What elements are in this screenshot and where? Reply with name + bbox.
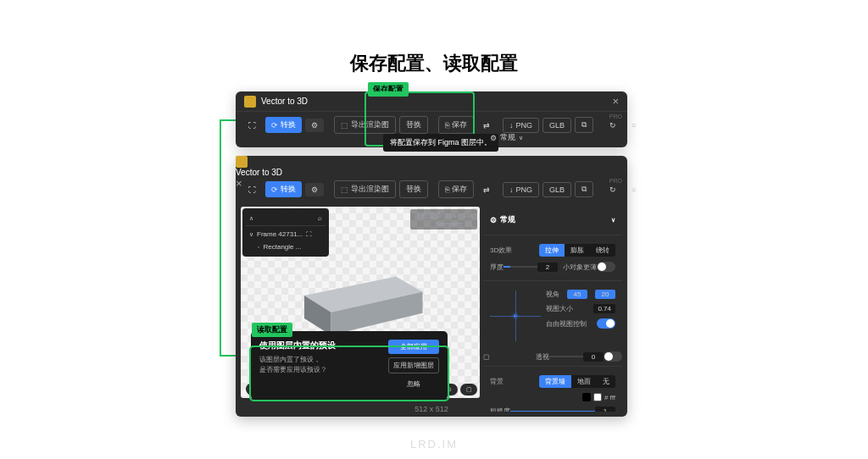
replace-button[interactable]: 替换 bbox=[399, 180, 428, 198]
color-black[interactable] bbox=[582, 393, 591, 401]
pro-badge: PRO bbox=[609, 178, 622, 184]
save-button[interactable]: ⎘保存 bbox=[438, 116, 474, 134]
watermark: LRD.IM bbox=[410, 438, 458, 451]
export-render-button[interactable]: ⬚导出渲染图 bbox=[334, 116, 396, 134]
frame-spread-icon[interactable]: ⛶ bbox=[306, 231, 312, 237]
download-glb-button[interactable]: GLB bbox=[542, 182, 571, 197]
close-icon[interactable]: × bbox=[612, 95, 619, 108]
free-view-toggle[interactable] bbox=[597, 318, 615, 329]
side-panel: ⚙常规∨ 3D效果 拉伸 膨胀 绕转 厚度 2 小对象更薄 bbox=[483, 207, 622, 412]
general-tab[interactable]: 常规 bbox=[500, 132, 515, 143]
search-icon[interactable]: ⌕ bbox=[318, 214, 322, 222]
canvas-dimensions: 512 x 512 bbox=[415, 405, 448, 413]
tooltip-save-config: 将配置保存到 Figma 图层中。 bbox=[383, 134, 498, 152]
pro-badge: PRO bbox=[609, 113, 622, 119]
convert-button[interactable]: ⟳转换 bbox=[265, 117, 302, 133]
thin-small-label: 小对象更薄 bbox=[563, 263, 597, 272]
preset-popup: 读取配置 使用图层内置的预设 该图层内置了预设，是否需要应用该预设？ 全部应用 … bbox=[251, 331, 448, 400]
download-glb-button[interactable]: GLB bbox=[542, 118, 571, 133]
camera-icon[interactable]: ▢ bbox=[483, 353, 490, 361]
copy-button[interactable]: ⧉ bbox=[575, 181, 593, 197]
label-load-config: 读取配置 bbox=[252, 323, 292, 337]
menu-button[interactable]: ≡ bbox=[626, 183, 642, 196]
layer-rectangle[interactable]: ▫ Rectangle ... bbox=[246, 241, 326, 253]
gear-icon[interactable]: ⚙ bbox=[490, 134, 497, 142]
collapse-icon[interactable]: ∧ bbox=[249, 215, 253, 222]
thin-small-toggle[interactable] bbox=[597, 262, 615, 272]
apply-all-button[interactable]: 全部应用 bbox=[388, 340, 439, 354]
replace-button[interactable]: 替换 bbox=[399, 116, 428, 134]
effect3d-segment[interactable]: 拉伸 膨胀 绕转 bbox=[539, 244, 615, 257]
label-save-config: 保存配置 bbox=[368, 82, 409, 97]
view-gizmo[interactable] bbox=[490, 290, 541, 341]
swap-button[interactable]: ⇄ bbox=[477, 119, 496, 132]
refresh-button[interactable]: ↻ bbox=[604, 119, 622, 132]
plugin-icon bbox=[236, 156, 248, 168]
viewport-box-icon[interactable]: ▢ bbox=[460, 384, 477, 395]
ignore-button[interactable]: 忽略 bbox=[388, 377, 439, 391]
export-render-button[interactable]: ⬚导出渲染图 bbox=[334, 180, 396, 198]
panel-save-config: 保存配置 Vector to 3D × ⛶ ⟳转换 ⚙ ⬚导出渲染图 替换 ⎘保… bbox=[236, 91, 627, 147]
layer-frame[interactable]: ∨ Frame 42731... ⛶ bbox=[246, 228, 326, 241]
download-png-button[interactable]: ↓PNG bbox=[503, 118, 539, 133]
render-status: 正在渲染: 10s / 33s Samples: 11 bbox=[410, 209, 477, 230]
swap-button[interactable]: ⇄ bbox=[477, 183, 496, 196]
refresh-button[interactable]: ↻ bbox=[604, 183, 622, 196]
background-label: 背景 bbox=[490, 377, 504, 386]
effect3d-label: 3D效果 bbox=[490, 246, 512, 255]
color-white[interactable] bbox=[593, 393, 602, 401]
settings-icon[interactable]: ⚙ bbox=[305, 183, 324, 196]
perspective-toggle[interactable] bbox=[604, 351, 622, 362]
background-segment[interactable]: 背景墙 地面 无 bbox=[539, 375, 615, 388]
roughness-slider[interactable] bbox=[510, 411, 595, 412]
menu-button[interactable]: ≡ bbox=[626, 119, 642, 132]
fit-button[interactable]: ⛶ bbox=[242, 119, 262, 132]
download-png-button[interactable]: ↓PNG bbox=[503, 182, 539, 197]
panel-load-config: Vector to 3D × ⛶ ⟳转换 ⚙ ⬚导出渲染图 替换 ⎘保存 ⇄ ↓… bbox=[236, 156, 627, 417]
thickness-slider[interactable] bbox=[504, 266, 537, 268]
preset-title: 使用图层内置的预设 bbox=[259, 340, 383, 351]
plugin-title: Vector to 3D bbox=[261, 97, 612, 106]
save-button[interactable]: ⎘保存 bbox=[438, 180, 474, 198]
settings-icon[interactable]: ⚙ bbox=[305, 119, 324, 132]
copy-button[interactable]: ⧉ bbox=[575, 117, 593, 133]
fit-button[interactable]: ⛶ bbox=[242, 183, 262, 196]
thickness-label: 厚度 bbox=[490, 263, 504, 272]
plugin-icon bbox=[244, 96, 256, 108]
convert-button[interactable]: ⟳转换 bbox=[265, 181, 302, 197]
side-general-header[interactable]: ⚙常规∨ bbox=[490, 211, 615, 229]
page-title: 保存配置、读取配置 bbox=[350, 51, 518, 76]
perspective-slider[interactable] bbox=[549, 356, 583, 357]
preset-desc: 该图层内置了预设，是否需要应用该预设？ bbox=[259, 355, 383, 375]
apply-new-layers-button[interactable]: 应用新增图层 bbox=[388, 357, 439, 373]
layer-panel: ∧ ⌕ ∨ Frame 42731... ⛶ ▫ Rectangle ... bbox=[242, 208, 329, 257]
